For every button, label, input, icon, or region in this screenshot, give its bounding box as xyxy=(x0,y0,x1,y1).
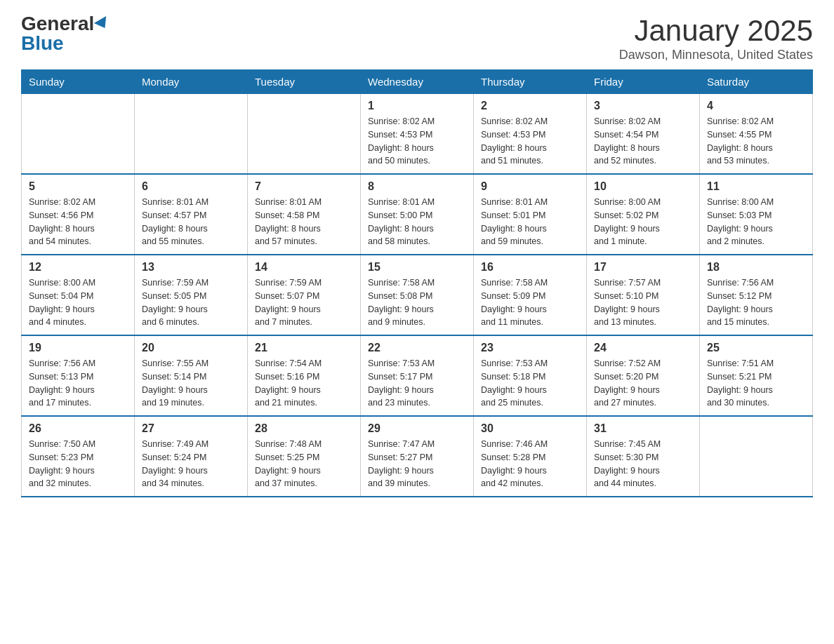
day-info: Sunrise: 7:52 AMSunset: 5:20 PMDaylight:… xyxy=(594,357,692,410)
logo-arrow-icon xyxy=(94,16,111,32)
calendar-day-cell: 16Sunrise: 7:58 AMSunset: 5:09 PMDayligh… xyxy=(474,255,587,335)
calendar-day-cell: 14Sunrise: 7:59 AMSunset: 5:07 PMDayligh… xyxy=(248,255,361,335)
page-header: General Blue January 2025 Dawson, Minnes… xyxy=(21,14,813,62)
calendar-day-cell xyxy=(22,94,135,175)
day-info: Sunrise: 8:00 AMSunset: 5:04 PMDaylight:… xyxy=(29,276,127,329)
day-info: Sunrise: 8:01 AMSunset: 5:01 PMDaylight:… xyxy=(481,196,579,248)
day-number: 17 xyxy=(594,261,692,274)
day-of-week-header: Thursday xyxy=(474,70,587,94)
day-info: Sunrise: 7:56 AMSunset: 5:13 PMDaylight:… xyxy=(29,357,127,410)
day-number: 5 xyxy=(29,180,127,193)
day-number: 29 xyxy=(368,422,466,435)
calendar-day-cell: 3Sunrise: 8:02 AMSunset: 4:54 PMDaylight… xyxy=(587,94,700,175)
calendar-day-cell: 2Sunrise: 8:02 AMSunset: 4:53 PMDaylight… xyxy=(474,94,587,175)
day-number: 3 xyxy=(594,100,692,112)
calendar-day-cell: 27Sunrise: 7:49 AMSunset: 5:24 PMDayligh… xyxy=(135,416,248,497)
day-number: 21 xyxy=(255,342,353,354)
day-of-week-header: Monday xyxy=(135,70,248,94)
calendar-header-row: SundayMondayTuesdayWednesdayThursdayFrid… xyxy=(22,70,813,94)
day-number: 27 xyxy=(142,422,240,435)
day-number: 16 xyxy=(481,261,579,274)
calendar-day-cell: 17Sunrise: 7:57 AMSunset: 5:10 PMDayligh… xyxy=(587,255,700,335)
calendar-day-cell: 4Sunrise: 8:02 AMSunset: 4:55 PMDaylight… xyxy=(700,94,813,175)
day-info: Sunrise: 7:56 AMSunset: 5:12 PMDaylight:… xyxy=(707,276,805,329)
logo: General Blue xyxy=(21,14,110,53)
day-info: Sunrise: 8:02 AMSunset: 4:54 PMDaylight:… xyxy=(594,115,692,168)
calendar-day-cell: 24Sunrise: 7:52 AMSunset: 5:20 PMDayligh… xyxy=(587,335,700,416)
calendar-day-cell: 30Sunrise: 7:46 AMSunset: 5:28 PMDayligh… xyxy=(474,416,587,497)
day-info: Sunrise: 7:49 AMSunset: 5:24 PMDaylight:… xyxy=(142,438,240,490)
day-number: 18 xyxy=(707,261,805,274)
calendar-day-cell xyxy=(135,94,248,175)
day-number: 6 xyxy=(142,180,240,193)
calendar-week-row: 26Sunrise: 7:50 AMSunset: 5:23 PMDayligh… xyxy=(22,416,813,497)
calendar-day-cell: 18Sunrise: 7:56 AMSunset: 5:12 PMDayligh… xyxy=(700,255,813,335)
calendar-day-cell: 21Sunrise: 7:54 AMSunset: 5:16 PMDayligh… xyxy=(248,335,361,416)
day-number: 15 xyxy=(368,261,466,274)
day-of-week-header: Wednesday xyxy=(361,70,474,94)
calendar-day-cell: 10Sunrise: 8:00 AMSunset: 5:02 PMDayligh… xyxy=(587,174,700,255)
day-number: 1 xyxy=(368,100,466,112)
day-info: Sunrise: 8:01 AMSunset: 5:00 PMDaylight:… xyxy=(368,196,466,248)
day-info: Sunrise: 7:58 AMSunset: 5:09 PMDaylight:… xyxy=(481,276,579,329)
calendar-day-cell: 25Sunrise: 7:51 AMSunset: 5:21 PMDayligh… xyxy=(700,335,813,416)
calendar-week-row: 12Sunrise: 8:00 AMSunset: 5:04 PMDayligh… xyxy=(22,255,813,335)
day-number: 30 xyxy=(481,422,579,435)
day-info: Sunrise: 7:54 AMSunset: 5:16 PMDaylight:… xyxy=(255,357,353,410)
day-info: Sunrise: 8:02 AMSunset: 4:56 PMDaylight:… xyxy=(29,196,127,248)
day-info: Sunrise: 7:55 AMSunset: 5:14 PMDaylight:… xyxy=(142,357,240,410)
day-info: Sunrise: 7:51 AMSunset: 5:21 PMDaylight:… xyxy=(707,357,805,410)
calendar-day-cell: 13Sunrise: 7:59 AMSunset: 5:05 PMDayligh… xyxy=(135,255,248,335)
calendar-week-row: 19Sunrise: 7:56 AMSunset: 5:13 PMDayligh… xyxy=(22,335,813,416)
calendar-day-cell: 6Sunrise: 8:01 AMSunset: 4:57 PMDaylight… xyxy=(135,174,248,255)
day-of-week-header: Tuesday xyxy=(248,70,361,94)
logo-general: General xyxy=(21,14,94,34)
calendar-day-cell: 1Sunrise: 8:02 AMSunset: 4:53 PMDaylight… xyxy=(361,94,474,175)
day-number: 31 xyxy=(594,422,692,435)
day-of-week-header: Friday xyxy=(587,70,700,94)
day-info: Sunrise: 7:50 AMSunset: 5:23 PMDaylight:… xyxy=(29,438,127,490)
day-info: Sunrise: 7:46 AMSunset: 5:28 PMDaylight:… xyxy=(481,438,579,490)
location: Dawson, Minnesota, United States xyxy=(619,48,813,62)
day-info: Sunrise: 7:48 AMSunset: 5:25 PMDaylight:… xyxy=(255,438,353,490)
calendar-day-cell: 9Sunrise: 8:01 AMSunset: 5:01 PMDaylight… xyxy=(474,174,587,255)
calendar-week-row: 1Sunrise: 8:02 AMSunset: 4:53 PMDaylight… xyxy=(22,94,813,175)
day-number: 7 xyxy=(255,180,353,193)
calendar-table: SundayMondayTuesdayWednesdayThursdayFrid… xyxy=(21,69,813,497)
calendar-day-cell xyxy=(700,416,813,497)
day-number: 9 xyxy=(481,180,579,193)
day-number: 13 xyxy=(142,261,240,274)
day-number: 14 xyxy=(255,261,353,274)
day-info: Sunrise: 7:45 AMSunset: 5:30 PMDaylight:… xyxy=(594,438,692,490)
day-info: Sunrise: 7:57 AMSunset: 5:10 PMDaylight:… xyxy=(594,276,692,329)
calendar-day-cell: 11Sunrise: 8:00 AMSunset: 5:03 PMDayligh… xyxy=(700,174,813,255)
day-number: 24 xyxy=(594,342,692,354)
day-info: Sunrise: 7:47 AMSunset: 5:27 PMDaylight:… xyxy=(368,438,466,490)
calendar-day-cell: 7Sunrise: 8:01 AMSunset: 4:58 PMDaylight… xyxy=(248,174,361,255)
calendar-day-cell: 29Sunrise: 7:47 AMSunset: 5:27 PMDayligh… xyxy=(361,416,474,497)
day-number: 20 xyxy=(142,342,240,354)
day-number: 10 xyxy=(594,180,692,193)
calendar-day-cell: 22Sunrise: 7:53 AMSunset: 5:17 PMDayligh… xyxy=(361,335,474,416)
calendar-day-cell: 19Sunrise: 7:56 AMSunset: 5:13 PMDayligh… xyxy=(22,335,135,416)
day-info: Sunrise: 7:53 AMSunset: 5:18 PMDaylight:… xyxy=(481,357,579,410)
calendar-day-cell xyxy=(248,94,361,175)
day-number: 2 xyxy=(481,100,579,112)
day-of-week-header: Saturday xyxy=(700,70,813,94)
day-info: Sunrise: 7:59 AMSunset: 5:07 PMDaylight:… xyxy=(255,276,353,329)
calendar-day-cell: 23Sunrise: 7:53 AMSunset: 5:18 PMDayligh… xyxy=(474,335,587,416)
day-number: 4 xyxy=(707,100,805,112)
day-number: 26 xyxy=(29,422,127,435)
calendar-week-row: 5Sunrise: 8:02 AMSunset: 4:56 PMDaylight… xyxy=(22,174,813,255)
calendar-day-cell: 31Sunrise: 7:45 AMSunset: 5:30 PMDayligh… xyxy=(587,416,700,497)
day-info: Sunrise: 8:00 AMSunset: 5:03 PMDaylight:… xyxy=(707,196,805,248)
month-title: January 2025 xyxy=(619,14,813,48)
day-of-week-header: Sunday xyxy=(22,70,135,94)
day-info: Sunrise: 7:59 AMSunset: 5:05 PMDaylight:… xyxy=(142,276,240,329)
calendar-day-cell: 8Sunrise: 8:01 AMSunset: 5:00 PMDaylight… xyxy=(361,174,474,255)
day-number: 8 xyxy=(368,180,466,193)
day-info: Sunrise: 8:01 AMSunset: 4:57 PMDaylight:… xyxy=(142,196,240,248)
day-info: Sunrise: 8:01 AMSunset: 4:58 PMDaylight:… xyxy=(255,196,353,248)
day-info: Sunrise: 7:53 AMSunset: 5:17 PMDaylight:… xyxy=(368,357,466,410)
day-number: 22 xyxy=(368,342,466,354)
